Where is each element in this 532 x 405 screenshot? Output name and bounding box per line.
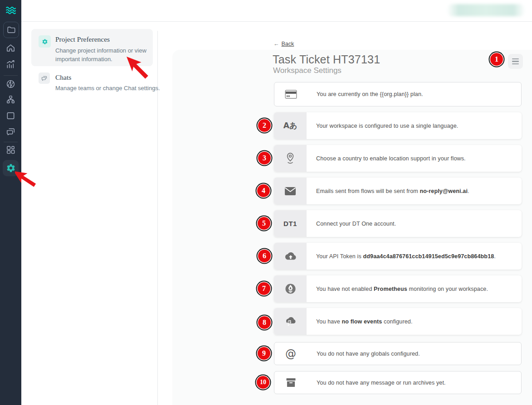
sidebar-item-ai[interactable]	[0, 79, 21, 89]
back-arrow-icon: ←	[273, 41, 279, 47]
sidebar-item-apps[interactable]	[0, 145, 21, 155]
card-email[interactable]: Emails sent from flows will be sent from…	[274, 178, 522, 204]
card-text: You do not have any message or run archi…	[317, 380, 446, 386]
card-flow-events[interactable]: You have no flow events configured.	[274, 308, 522, 335]
annotation-circle-7: 7	[258, 282, 270, 295]
cloud-upload-icon	[274, 243, 307, 270]
settings-menu-item-title: Project Preferences	[55, 35, 110, 43]
at-sign-icon: @	[274, 342, 307, 365]
card-language[interactable]: Aあ Your workspace is configured to use a…	[274, 112, 522, 139]
annotation-circle-8: 8	[258, 316, 271, 329]
back-link[interactable]: ←Back	[273, 41, 294, 47]
cursor-arrow-at-settings-gear	[15, 169, 36, 189]
dtone-logo: DT1	[274, 210, 307, 237]
annotation-circle-6: 6	[258, 250, 271, 262]
annotation-circle-3: 3	[258, 152, 271, 164]
annotation-circle-9: 9	[258, 347, 270, 360]
sidebar-item-projects[interactable]	[3, 22, 19, 38]
chat-bubbles-icon	[39, 72, 50, 84]
page-title: Task Ticket HT37131	[273, 53, 380, 66]
workspace-settings-page: Project Preferences Change project infor…	[0, 0, 532, 405]
primary-sidebar	[0, 0, 21, 405]
archive-icon	[274, 371, 307, 394]
annotation-circle-10: 10	[257, 376, 269, 389]
card-archives[interactable]: You do not have any message or run archi…	[274, 371, 522, 394]
home-icon	[5, 43, 16, 53]
sidebar-item-analytics[interactable]	[0, 59, 21, 70]
cursor-arrow-at-project-preferences	[126, 56, 150, 80]
prometheus-icon	[274, 275, 307, 302]
credit-card-icon	[274, 82, 307, 106]
chart-icon	[5, 59, 16, 70]
card-country[interactable]: Choose a country to enable location supp…	[274, 145, 522, 172]
grid-apps-icon	[5, 145, 16, 155]
sidebar-item-flows[interactable]	[0, 95, 21, 105]
card-prometheus[interactable]: You have not enabled Prometheus monitori…	[274, 275, 522, 302]
card-text: Emails sent from flows will be sent from…	[316, 188, 469, 194]
card-text: You have not enabled Prometheus monitori…	[316, 286, 488, 292]
card-text: Your workspace is configured to use a si…	[316, 123, 458, 129]
sidebar-item-home[interactable]	[0, 43, 21, 53]
card-text: Your API Token is dd9aa4c4a876761ccb1491…	[316, 253, 496, 260]
card-api-token[interactable]: Your API Token is dd9aa4c4a876761ccb1491…	[274, 243, 522, 270]
card-text: You have no flow events configured.	[316, 318, 413, 325]
sidebar-divider	[4, 142, 18, 142]
folder-icon	[6, 25, 16, 35]
translate-icon: Aあ	[274, 112, 307, 139]
gear-icon	[39, 35, 51, 48]
account-selector-blurred[interactable]	[447, 4, 525, 16]
card-text: Connect your DT One account.	[316, 221, 396, 227]
back-label: Back	[282, 41, 294, 47]
card-text: Choose a country to enable location supp…	[316, 155, 466, 162]
annotation-circle-2: 2	[258, 119, 271, 132]
sidebar-divider	[4, 75, 18, 76]
annotation-circle-4: 4	[257, 184, 270, 197]
card-plan[interactable]: You are currently on the {{org.plan}} pl…	[274, 82, 522, 106]
hamburger-menu-button[interactable]	[508, 54, 523, 69]
weni-wave-logo[interactable]	[0, 5, 21, 16]
card-globals[interactable]: @ You do not have any globals configured…	[274, 342, 522, 365]
window-icon	[5, 111, 16, 121]
sidebar-item-chats[interactable]	[0, 126, 21, 137]
card-text: You do not have any globals configured.	[317, 351, 420, 357]
settings-menu-item-description: Manage teams or change Chat settings.	[55, 84, 164, 92]
settings-menu-item-title: Chats	[55, 73, 71, 82]
annotation-circle-5: 5	[258, 217, 270, 230]
flow-tree-icon	[5, 95, 16, 105]
sidebar-item-studio[interactable]	[0, 111, 21, 121]
cloud-lightning-icon	[274, 308, 307, 335]
card-text: You are currently on the {{org.plan}} pl…	[317, 91, 423, 97]
chats-icon	[5, 126, 16, 137]
location-pin-icon	[274, 145, 307, 172]
page-subtitle: Workspace Settings	[273, 66, 342, 75]
settings-cards: You are currently on the {{org.plan}} pl…	[274, 82, 522, 394]
topbar	[21, 0, 532, 22]
card-dtone[interactable]: DT1 Connect your DT One account.	[274, 210, 522, 237]
annotation-circle-1: 1	[490, 53, 503, 66]
brain-icon	[5, 79, 16, 89]
settings-gear-icon	[6, 163, 16, 173]
envelope-icon	[274, 178, 307, 204]
hamburger-menu-icon	[512, 58, 519, 60]
